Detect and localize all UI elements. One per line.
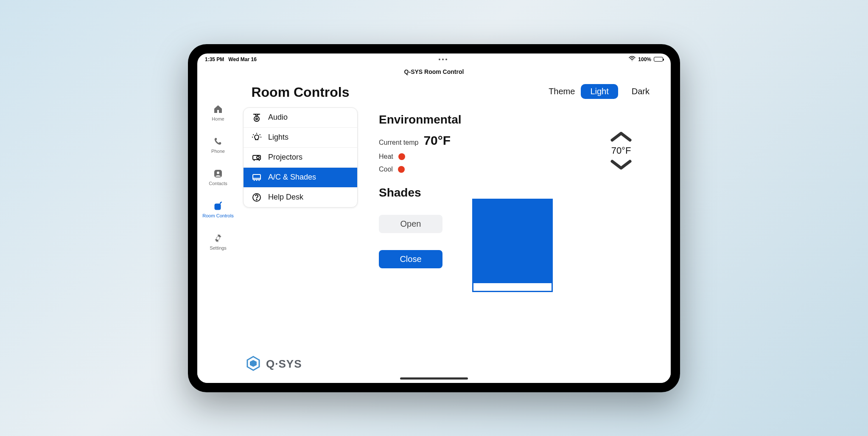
status-time: 1:35 PM bbox=[205, 56, 224, 62]
shades-fill bbox=[473, 200, 552, 284]
cool-row[interactable]: Cool bbox=[379, 166, 451, 173]
home-icon bbox=[213, 104, 224, 115]
svg-rect-3 bbox=[216, 205, 217, 206]
menu-label: Audio bbox=[268, 113, 288, 122]
menu-projectors[interactable]: Projectors bbox=[244, 148, 357, 168]
svg-point-10 bbox=[256, 118, 258, 120]
screen: 1:35 PM Wed Mar 16 100% Q-SYS Room Contr… bbox=[197, 53, 671, 383]
svg-rect-15 bbox=[253, 174, 260, 180]
svg-rect-6 bbox=[218, 207, 219, 208]
nav-room-controls[interactable]: Room Controls bbox=[201, 200, 235, 218]
shades-open-button[interactable]: Open bbox=[379, 215, 442, 233]
shades-visual[interactable] bbox=[472, 199, 553, 292]
menu-label: Projectors bbox=[268, 153, 302, 162]
nav-label: Contacts bbox=[209, 181, 227, 186]
cool-label: Cool bbox=[379, 166, 393, 173]
projector-icon bbox=[251, 152, 262, 163]
battery-icon bbox=[654, 57, 663, 62]
help-icon bbox=[251, 192, 262, 203]
nav-label: Phone bbox=[211, 149, 225, 154]
battery-percent: 100% bbox=[638, 56, 651, 62]
wifi-icon bbox=[629, 56, 636, 62]
shades-close-button[interactable]: Close bbox=[379, 250, 442, 268]
svg-point-9 bbox=[254, 116, 259, 121]
svg-line-19 bbox=[259, 180, 259, 181]
menu-label: Lights bbox=[268, 133, 288, 142]
heat-indicator bbox=[398, 153, 405, 160]
panel-main: Theme Light Dark Environmental Current t… bbox=[362, 78, 671, 383]
svg-point-7 bbox=[217, 237, 219, 239]
svg-point-1 bbox=[217, 172, 219, 174]
status-date: Wed Mar 16 bbox=[228, 56, 256, 62]
menu-label: A/C & Shades bbox=[268, 173, 316, 182]
home-indicator[interactable] bbox=[400, 377, 468, 380]
nav-label: Room Controls bbox=[202, 213, 233, 218]
gear-icon bbox=[213, 233, 224, 244]
current-temp-label: Current temp bbox=[379, 139, 418, 146]
menu-ac-shades[interactable]: A/C & Shades bbox=[244, 168, 357, 188]
menu-lights[interactable]: Lights bbox=[244, 128, 357, 148]
theme-light-button[interactable]: Light bbox=[581, 84, 618, 99]
cool-indicator bbox=[398, 166, 405, 173]
ac-shades-icon bbox=[251, 172, 262, 183]
panel-title: Room Controls bbox=[243, 85, 358, 100]
menu-label: Help Desk bbox=[268, 193, 303, 202]
svg-rect-4 bbox=[218, 205, 219, 206]
shades-title: Shades bbox=[379, 186, 659, 200]
audio-icon bbox=[251, 112, 262, 123]
brand-logo-icon bbox=[245, 355, 262, 374]
current-temp-value: 70°F bbox=[423, 133, 451, 148]
environmental-section: Current temp 70°F Heat Cool bbox=[379, 131, 659, 173]
svg-rect-5 bbox=[216, 207, 217, 208]
room-controls-icon bbox=[213, 200, 224, 211]
nav-contacts[interactable]: Contacts bbox=[201, 168, 235, 186]
nav-label: Home bbox=[212, 116, 224, 121]
nav-phone[interactable]: Phone bbox=[201, 136, 235, 154]
nav-label: Settings bbox=[210, 245, 227, 250]
menu-help-desk[interactable]: Help Desk bbox=[244, 188, 357, 207]
temp-setpoint: 70°F bbox=[611, 145, 631, 156]
svg-marker-23 bbox=[250, 360, 257, 367]
shades-section: Open Close bbox=[379, 211, 659, 292]
panel-left: Room Controls Audio Lights bbox=[239, 78, 362, 383]
theme-switcher: Theme Light Dark bbox=[379, 83, 659, 100]
temp-down-button[interactable] bbox=[609, 159, 633, 171]
side-nav: Home Phone Contacts bbox=[197, 78, 239, 383]
status-bar: 1:35 PM Wed Mar 16 100% bbox=[197, 53, 671, 65]
svg-rect-2 bbox=[215, 204, 221, 210]
brand-name: Q·SYS bbox=[266, 357, 302, 371]
phone-icon bbox=[213, 136, 224, 147]
svg-line-17 bbox=[254, 180, 255, 181]
brand: Q·SYS bbox=[243, 351, 358, 377]
heat-row[interactable]: Heat bbox=[379, 153, 451, 160]
menu-audio[interactable]: Audio bbox=[244, 108, 357, 128]
tablet-frame: 1:35 PM Wed Mar 16 100% Q-SYS Room Contr… bbox=[188, 44, 680, 392]
app-title: Q-SYS Room Control bbox=[197, 65, 671, 78]
svg-point-12 bbox=[257, 156, 259, 159]
svg-point-21 bbox=[256, 199, 257, 200]
environmental-title: Environmental bbox=[379, 113, 659, 127]
theme-label: Theme bbox=[549, 87, 575, 96]
nav-home[interactable]: Home bbox=[201, 104, 235, 121]
multitask-dots[interactable] bbox=[439, 59, 447, 60]
nav-settings[interactable]: Settings bbox=[201, 233, 235, 250]
heat-label: Heat bbox=[379, 153, 393, 160]
lights-icon bbox=[251, 132, 262, 143]
temp-stepper: 70°F bbox=[609, 131, 633, 171]
contacts-icon bbox=[213, 168, 224, 179]
app-body: Home Phone Contacts bbox=[197, 78, 671, 383]
theme-dark-button[interactable]: Dark bbox=[622, 84, 659, 99]
controls-menu: Audio Lights Projectors bbox=[243, 107, 358, 208]
temp-up-button[interactable] bbox=[609, 131, 633, 143]
